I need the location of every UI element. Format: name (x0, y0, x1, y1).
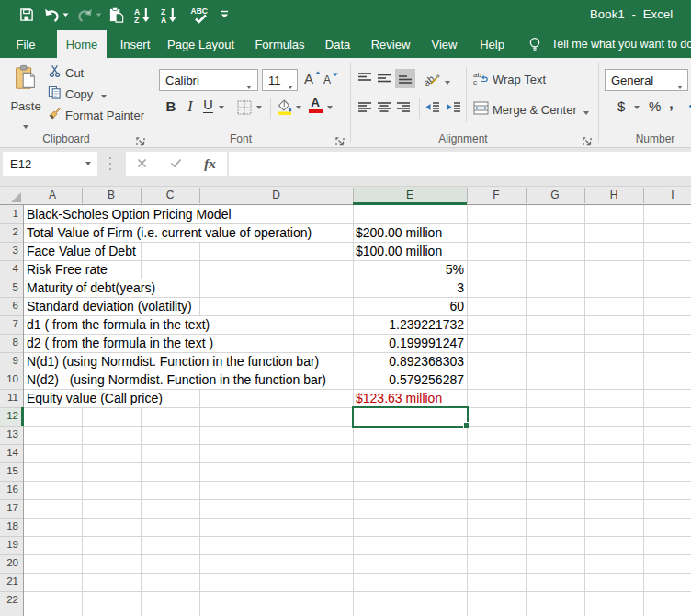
cancel-icon[interactable] (137, 155, 147, 172)
decrease-indent-button[interactable] (425, 100, 440, 119)
copy-dropdown-icon[interactable] (101, 86, 107, 102)
comma-style-button[interactable]: , (669, 95, 674, 113)
tell-me-box[interactable]: Tell me what you want to do (551, 30, 691, 58)
cell-E7[interactable]: 1.239221732 (387, 316, 466, 334)
cell-A2[interactable]: Total Value of Firm (i.e. current value … (24, 224, 314, 242)
spelling-icon[interactable]: ABC (190, 6, 210, 24)
fill-handle[interactable] (463, 422, 469, 428)
insert-function-icon[interactable]: fx (204, 156, 216, 172)
font-color-button[interactable]: A (307, 97, 323, 113)
name-box[interactable]: E12 (3, 152, 97, 176)
merge-center-dropdown-icon[interactable] (583, 102, 589, 119)
bold-button[interactable]: B (164, 98, 178, 114)
row-header-6[interactable]: 6 (0, 297, 23, 315)
align-left-button[interactable] (357, 100, 372, 115)
fill-color-button[interactable] (277, 98, 294, 120)
clipboard-dialog-launcher-icon[interactable] (136, 133, 147, 144)
middle-align-button[interactable] (377, 71, 391, 86)
formula-input[interactable] (229, 152, 691, 176)
tab-page-layout[interactable]: Page Layout (162, 30, 240, 58)
undo-icon[interactable] (44, 8, 60, 22)
format-painter-button[interactable]: Format Painter (48, 107, 144, 123)
column-header-h[interactable]: H (584, 187, 643, 204)
row-header-13[interactable]: 13 (0, 426, 23, 444)
cell-A6[interactable]: Standard deviation (volatility) (24, 298, 195, 315)
cell-E6[interactable]: 60 (447, 298, 466, 315)
row-header-17[interactable]: 17 (0, 499, 23, 518)
align-right-button[interactable] (396, 100, 411, 115)
tab-view[interactable]: View (424, 30, 465, 58)
redo-dropdown-icon[interactable] (96, 13, 102, 17)
currency-format-button[interactable]: $ (617, 98, 625, 114)
row-header-11[interactable]: 11 (0, 389, 23, 407)
sort-az-icon[interactable]: AZ (134, 7, 152, 23)
borders-dropdown-icon[interactable] (256, 106, 262, 109)
percent-style-button[interactable]: % (649, 98, 661, 114)
cell-A3[interactable]: Face Value of Debt (24, 243, 139, 260)
name-box-dropdown-icon[interactable] (85, 162, 91, 165)
row-header-15[interactable]: 15 (0, 462, 23, 481)
paste-button[interactable]: Paste (7, 61, 44, 130)
font-name-combo[interactable]: Calibri (159, 69, 258, 91)
cell-E11[interactable]: $123.63 million (354, 390, 444, 407)
currency-dropdown-icon[interactable] (634, 106, 640, 109)
row-header-10[interactable]: 10 (0, 371, 23, 389)
font-size-combo[interactable]: 11 (262, 69, 298, 91)
underline-button[interactable]: U (201, 98, 215, 113)
cell-E9[interactable]: 0.892368303 (387, 353, 466, 371)
enter-icon[interactable] (170, 155, 182, 172)
row-header-23[interactable] (0, 610, 23, 616)
formula-bar-splitter[interactable] (108, 155, 112, 172)
cell-E2[interactable]: $200.00 million (354, 224, 444, 242)
cell-A7[interactable]: d1 ( from the formula in the text) (24, 316, 212, 334)
selected-cell-E12[interactable] (352, 406, 469, 428)
cell-E3[interactable]: $100.00 million (354, 243, 444, 260)
italic-button[interactable]: I (184, 98, 197, 115)
row-header-2[interactable]: 2 (0, 223, 23, 242)
paste-icon[interactable] (108, 6, 125, 24)
cell-E4[interactable]: 5% (444, 261, 466, 279)
number-format-dropdown-icon[interactable] (677, 78, 683, 92)
sheet-grid[interactable]: ABCDEFGHI1234567891011121314151617181920… (0, 187, 691, 616)
increase-indent-button[interactable] (446, 100, 461, 119)
column-header-f[interactable]: F (467, 187, 526, 204)
align-center-button[interactable] (377, 100, 391, 115)
row-header-20[interactable]: 20 (0, 554, 23, 573)
column-header-a[interactable]: A (23, 187, 82, 204)
tab-home[interactable]: Home (57, 30, 107, 58)
orientation-button[interactable]: ab (425, 70, 450, 90)
save-icon[interactable] (19, 7, 34, 22)
cell-E5[interactable]: 3 (455, 279, 466, 297)
cut-button[interactable]: Cut (48, 64, 84, 81)
column-header-i[interactable]: I (643, 187, 691, 204)
fill-color-dropdown-icon[interactable] (296, 106, 301, 109)
row-header-5[interactable]: 5 (0, 279, 23, 297)
font-name-dropdown-icon[interactable] (246, 78, 252, 92)
cell-E10[interactable]: 0.579256287 (387, 371, 466, 389)
row-header-8[interactable]: 8 (0, 334, 23, 352)
cell-A8[interactable]: d2 ( from the formula in the text ) (24, 335, 216, 352)
top-align-button[interactable] (357, 71, 372, 86)
row-header-19[interactable]: 19 (0, 536, 23, 554)
tab-file[interactable]: File (9, 30, 42, 58)
cell-A10[interactable]: N(d2) (using Normdist. Function in the f… (24, 371, 329, 389)
tab-help[interactable]: Help (471, 30, 513, 58)
alignment-dialog-launcher-icon[interactable] (583, 133, 594, 144)
customize-qat-icon[interactable] (221, 10, 229, 18)
row-header-21[interactable]: 21 (0, 573, 23, 591)
decrease-font-button[interactable]: A (323, 72, 339, 89)
cell-A9[interactable]: N(d1) (using Normdist. Function in the f… (24, 353, 322, 371)
select-all-button[interactable] (0, 187, 23, 204)
row-header-1[interactable]: 1 (0, 205, 23, 223)
wrap-text-button[interactable]: abc Wrap Text (473, 70, 546, 89)
underline-dropdown-icon[interactable] (219, 106, 224, 109)
sort-za-icon[interactable]: ZA (161, 7, 178, 23)
undo-dropdown-icon[interactable] (62, 13, 69, 17)
row-header-22[interactable]: 22 (0, 591, 23, 610)
copy-button[interactable]: Copy (48, 86, 107, 102)
column-header-g[interactable]: G (526, 187, 584, 204)
row-header-3[interactable]: 3 (0, 242, 23, 260)
increase-decimal-icon[interactable] (685, 100, 691, 113)
font-color-dropdown-icon[interactable] (327, 106, 333, 109)
cell-E8[interactable]: 0.199991247 (387, 335, 466, 352)
